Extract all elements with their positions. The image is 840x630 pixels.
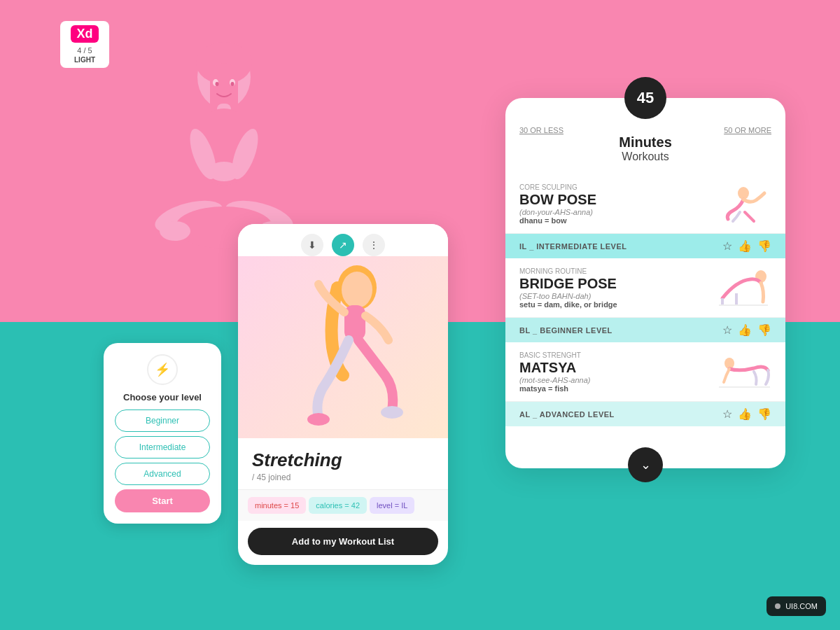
matsya-reaction-icons: ☆ 👍 👎 — [722, 407, 771, 421]
nav-right-link[interactable]: 50 OR MORE — [724, 126, 771, 134]
panel-title-main: Minutes — [505, 134, 785, 150]
right-panel: 45 30 OR LESS 50 OR MORE Minutes Workout… — [505, 98, 785, 468]
share-icon-button[interactable]: ↗ — [332, 234, 354, 256]
bow-pose-image — [715, 183, 771, 225]
workout-list: Core Sculping BOW POSE (don-your-AHS-ann… — [505, 174, 785, 433]
panel-scroll-down[interactable]: ⌄ — [628, 447, 663, 482]
bridge-level-text: BL _ BEGINNER LEVEL — [519, 326, 612, 335]
download-icon-button[interactable]: ⬇ — [301, 234, 323, 256]
workout-item-bridge: Morning Routine BRIDGE POSE (SET-too BAH… — [505, 258, 785, 318]
bow-star-icon[interactable]: ☆ — [722, 239, 732, 253]
nav-left-link[interactable]: 30 OR LESS — [519, 126, 564, 134]
workout-card-image — [238, 256, 448, 438]
xd-theme: LIGHT — [67, 56, 102, 64]
bow-pose-info: Core Sculping BOW POSE (don-your-AHS-ann… — [519, 183, 707, 225]
bow-meaning: dhanu = bow — [519, 216, 707, 225]
matsya-pronunciation: (mot-see-AHS-anna) — [519, 376, 707, 384]
bridge-star-icon[interactable]: ☆ — [722, 323, 732, 337]
intermediate-button[interactable]: Intermediate — [115, 436, 210, 458]
xd-logo: Xd — [71, 25, 98, 43]
level-stat: level = IL — [370, 497, 414, 514]
level-card: ⚡ Choose your level Beginner Intermediat… — [104, 343, 221, 524]
watermark-dot — [775, 603, 780, 609]
workout-item-bow: Core Sculping BOW POSE (don-your-AHS-ann… — [505, 174, 785, 234]
svg-point-7 — [209, 162, 239, 181]
bow-reaction-icons: ☆ 👍 👎 — [722, 239, 771, 253]
watermark: UI8.COM — [766, 596, 826, 616]
bridge-meaning: setu = dam, dike, or bridge — [519, 300, 707, 309]
level-card-title: Choose your level — [115, 392, 210, 402]
svg-point-18 — [342, 272, 372, 308]
workout-stats: minutes = 15 calories = 42 level = IL — [238, 489, 448, 521]
bridge-name: BRIDGE POSE — [519, 276, 707, 290]
xd-page: 4 / 5 — [67, 46, 102, 56]
workout-item-matsya: Basic Strenght MATSYA (mot-see-AHS-anna)… — [505, 342, 785, 402]
start-button[interactable]: Start — [115, 489, 210, 512]
bridge-dislike-icon[interactable]: 👎 — [757, 323, 771, 337]
workout-title: Stretching — [252, 449, 434, 471]
matsya-dislike-icon[interactable]: 👎 — [757, 407, 771, 421]
matsya-like-icon[interactable]: 👍 — [738, 407, 752, 421]
bow-dislike-icon[interactable]: 👎 — [757, 239, 771, 253]
bow-name: BOW POSE — [519, 192, 707, 206]
workout-joined: / 45 joined — [252, 472, 434, 482]
panel-nav: 30 OR LESS 50 OR MORE — [505, 126, 785, 134]
panel-title: Minutes Workouts — [505, 134, 785, 163]
minutes-stat: minutes = 15 — [248, 497, 306, 514]
matsya-pose-info: Basic Strenght MATSYA (mot-see-AHS-anna)… — [519, 351, 707, 393]
workout-card-header: ⬇ ↗ ⋮ — [238, 224, 448, 256]
bridge-pronunciation: (SET-too BAHN-dah) — [519, 292, 707, 300]
panel-title-sub: Workouts — [505, 150, 785, 163]
svg-point-21 — [381, 406, 403, 419]
bow-level-text: IL _ INTERMEDIATE LEVEL — [519, 242, 627, 251]
bow-pronunciation: (don-your-AHS-anna) — [519, 208, 707, 216]
matsya-name: MATSYA — [519, 360, 707, 374]
bridge-category: Morning Routine — [519, 267, 707, 275]
minutes-number: 45 — [624, 77, 666, 119]
bow-level-bar: IL _ INTERMEDIATE LEVEL ☆ 👍 👎 — [505, 234, 785, 258]
beginner-button[interactable]: Beginner — [115, 410, 210, 432]
matsya-pose-image — [715, 351, 771, 393]
bridge-pose-image — [715, 267, 771, 309]
add-to-workout-button[interactable]: Add to my Workout List — [248, 528, 438, 555]
calories-stat: calories = 42 — [309, 497, 367, 514]
svg-point-16 — [231, 82, 234, 86]
matsya-level-text: AL _ ADVANCED LEVEL — [519, 410, 615, 419]
svg-point-22 — [738, 187, 749, 200]
level-icon: ⚡ — [147, 354, 178, 385]
matsya-category: Basic Strenght — [519, 351, 707, 359]
bridge-reaction-icons: ☆ 👍 👎 — [722, 323, 771, 337]
workout-card-info: Stretching / 45 joined — [238, 438, 448, 489]
matsya-level-bar: AL _ ADVANCED LEVEL ☆ 👍 👎 — [505, 402, 785, 426]
matsya-meaning: matsya = fish — [519, 384, 707, 393]
workout-card: ⬇ ↗ ⋮ Stretching / 45 joined — [238, 224, 448, 565]
bridge-pose-info: Morning Routine BRIDGE POSE (SET-too BAH… — [519, 267, 707, 309]
xd-badge: Xd 4 / 5 LIGHT — [60, 21, 109, 68]
bridge-like-icon[interactable]: 👍 — [738, 323, 752, 337]
bow-like-icon[interactable]: 👍 — [738, 239, 752, 253]
more-icon-button[interactable]: ⋮ — [363, 234, 385, 256]
svg-point-20 — [307, 413, 330, 426]
matsya-star-icon[interactable]: ☆ — [722, 407, 732, 421]
svg-point-15 — [216, 82, 219, 86]
bridge-level-bar: BL _ BEGINNER LEVEL ☆ 👍 👎 — [505, 318, 785, 342]
advanced-button[interactable]: Advanced — [115, 463, 210, 485]
svg-point-11 — [160, 221, 190, 241]
bow-category: Core Sculping — [519, 183, 707, 191]
